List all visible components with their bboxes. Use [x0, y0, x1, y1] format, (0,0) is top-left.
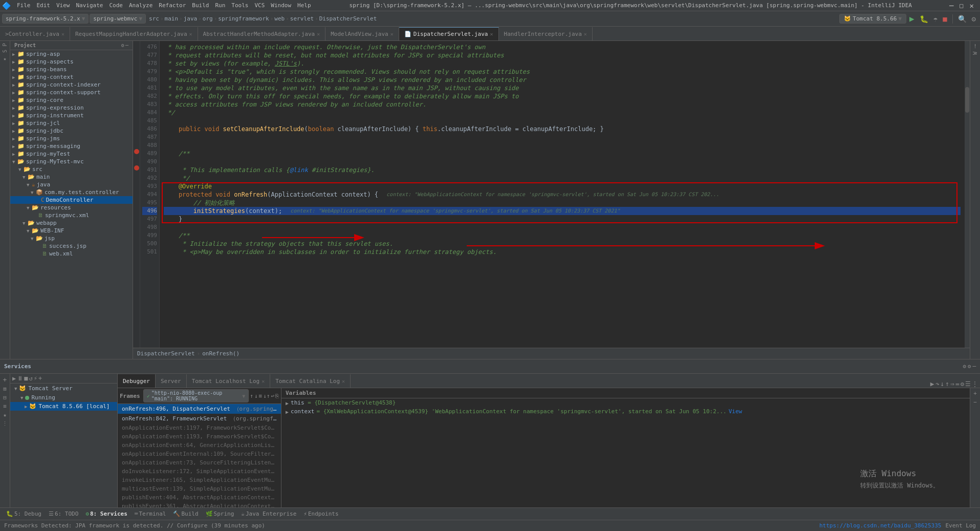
tree-item-spring-mytest-mvc[interactable]: ▼ 📂 spring-MyTest-mvc	[10, 158, 133, 165]
tree-item-java[interactable]: ▼ ☕ java	[10, 181, 133, 188]
svc-expand-icon[interactable]: ⊞	[3, 386, 7, 392]
project-icon[interactable]: P	[2, 43, 8, 47]
tomcat-server-node[interactable]: ▼ 🐱 Tomcat Server	[10, 384, 117, 393]
tree-item-main[interactable]: ▼ 📂 main	[10, 173, 133, 181]
wordbook-icon[interactable]: W	[972, 52, 978, 55]
svc-debug-deploy-icon[interactable]: ⚡	[34, 375, 37, 382]
menu-vcs[interactable]: VCS	[251, 1, 268, 10]
main-breadcrumb[interactable]: main	[165, 15, 179, 22]
frame-item-2[interactable]: onApplicationEvent:1197, FrameworkServle…	[118, 423, 281, 432]
tab-tomcat-localhost-log[interactable]: Tomcat Localhost Log ✕	[187, 374, 270, 388]
tree-item-spring-jcl[interactable]: ▶ 📁 spring-jcl	[10, 119, 133, 127]
run-btn[interactable]: ▶	[907, 14, 917, 24]
frame-restore-icon[interactable]: ↩	[271, 393, 274, 399]
svc-debug-pause-icon[interactable]: ⏸	[17, 375, 23, 382]
servlet-breadcrumb[interactable]: servlet	[290, 15, 314, 22]
debug-btn[interactable]: 🐛	[918, 15, 930, 23]
menu-analyze[interactable]: Analyze	[126, 1, 156, 10]
status-url[interactable]: https://blog.csdn.net/baidu_38625335	[819, 522, 941, 529]
frame-item-6[interactable]: onApplicationEvent:73, SourceFilteringLi…	[118, 458, 281, 467]
breadcrumb-dispatcherservlet[interactable]: DispatcherServlet	[137, 350, 195, 357]
frame-item-5[interactable]: onApplicationEventInternal:109, SourceFi…	[118, 450, 281, 458]
tab-dispatcherservlet[interactable]: 📄DispatcherServlet.java✕	[399, 27, 499, 40]
breadcrumb-onrefresh[interactable]: onRefresh()	[202, 350, 239, 357]
tree-item-spring-beans[interactable]: ▶ 📁 spring-beans	[10, 66, 133, 73]
task-terminal[interactable]: ⌨Terminal	[133, 510, 168, 518]
code-content[interactable]: * has processed within an include reques…	[160, 41, 965, 348]
menu-file[interactable]: File	[14, 1, 34, 10]
frame-item-7[interactable]: doInvokeListener:172, SimpleApplicationE…	[118, 467, 281, 476]
sidebar-collapse-icon[interactable]: ─	[125, 43, 128, 48]
var-icon-2[interactable]: −	[973, 399, 977, 406]
svc-debug-step-icon[interactable]: ▶	[12, 375, 16, 382]
menu-tools[interactable]: Tools	[228, 1, 251, 10]
frame-down-icon[interactable]: ↓	[254, 393, 258, 399]
frame-filter-icon[interactable]: ≡	[259, 393, 263, 399]
tree-item-webinf[interactable]: ▼ 📂 WEB-INF	[10, 227, 133, 235]
search-everywhere-btn[interactable]: 🔍	[956, 15, 969, 23]
tomcat-running-node[interactable]: ▼ Running	[10, 393, 117, 402]
tree-item-spring-aspects[interactable]: ▶ 📁 spring-aspects	[10, 58, 133, 66]
tree-item-controller-package[interactable]: ▼ 📦 com.my.test.controller	[10, 188, 133, 196]
var-icon-1[interactable]: +	[973, 390, 977, 397]
org-breadcrumb[interactable]: org	[203, 15, 213, 22]
frame-item-10[interactable]: publishEvent:404, AbstractApplicationCon…	[118, 493, 281, 502]
menu-view[interactable]: View	[53, 1, 73, 10]
maximize-btn[interactable]: □	[957, 2, 965, 9]
frame-item-11[interactable]: publishEvent:361, AbstractApplicationCon…	[118, 502, 281, 507]
module-selector[interactable]: spring-webmvc▼	[90, 14, 146, 24]
tab-modelandview[interactable]: ModelAndView.java✕	[325, 27, 399, 40]
springframework-breadcrumb[interactable]: springframework	[218, 15, 269, 22]
task-spring[interactable]: 🌿Spring	[204, 510, 236, 518]
frame-item-9[interactable]: multicastEvent:139, SimpleApplicationEve…	[118, 484, 281, 493]
tree-item-resources[interactable]: ▼ 📂 resources	[10, 204, 133, 211]
frame-item-3[interactable]: onApplicationEvent:1193, FrameworkServle…	[118, 432, 281, 441]
tomcat-instance-node[interactable]: ▶ 🐱 Tomcat 8.5.66 [local]	[10, 402, 117, 411]
debug-step-over-icon[interactable]: ↷	[935, 380, 940, 388]
tree-item-spring-instrument[interactable]: ▶ 📁 spring-instrument	[10, 112, 133, 119]
services-settings-icon[interactable]: ⚙	[963, 363, 966, 370]
var-item-context[interactable]: ▶ context = {XmlWebApplicationContext@45…	[281, 407, 970, 416]
tree-item-jsp-folder[interactable]: ▼ 📂 jsp	[10, 235, 133, 242]
tree-item-spring-jdbc[interactable]: ▶ 📁 spring-jdbc	[10, 127, 133, 135]
sidebar-settings-icon[interactable]: ⚙	[121, 43, 124, 48]
minimize-btn[interactable]: ─	[947, 2, 955, 10]
svc-filter-icon[interactable]: ≡	[3, 403, 7, 410]
services-collapse-icon[interactable]: ─	[972, 363, 976, 370]
menu-edit[interactable]: Edit	[34, 1, 54, 10]
validation-icon[interactable]: !	[973, 43, 977, 50]
tree-item-webapp[interactable]: ▼ 📂 webapp	[10, 219, 133, 227]
tab-tomcat-catalina-log[interactable]: Tomcat Catalina Log ✕	[270, 374, 351, 388]
frame-item-0[interactable]: onRefresh:496, DispatcherServlet （org.sp…	[118, 404, 281, 414]
svc-more-icon[interactable]: ⋮	[2, 420, 8, 427]
tab-abstracthandler[interactable]: AbstractHandlerMethodAdapter.java✕	[198, 27, 326, 40]
menu-help[interactable]: Help	[294, 1, 314, 10]
tab-controller[interactable]: >Controller.java✕	[0, 27, 70, 40]
debug-step-out-icon[interactable]: ↑	[945, 380, 949, 388]
menu-navigate[interactable]: Navigate	[73, 1, 106, 10]
menu-build[interactable]: Build	[189, 1, 212, 10]
menu-refactor[interactable]: Refactor	[156, 1, 189, 10]
tree-item-democontroller[interactable]: C DemoController	[10, 196, 133, 204]
debug-layout-icon[interactable]: ☰	[965, 380, 971, 388]
svc-add-icon[interactable]: +	[3, 376, 7, 384]
favorites-icon[interactable]: ★	[3, 56, 6, 61]
menu-code[interactable]: Code	[106, 1, 126, 10]
svc-collapse-icon[interactable]: ⊟	[3, 394, 7, 401]
frame-item-4[interactable]: onApplicationEvent:64, GenericApplicatio…	[118, 441, 281, 450]
tree-item-spring-mytest[interactable]: ▶ 📁 spring-myTest	[10, 150, 133, 158]
thread-selector[interactable]: ✓ "http-nio-8080-exec-oup "main": RUNNIN…	[143, 389, 249, 402]
debug-more-icon[interactable]: ⋮	[972, 380, 978, 388]
task-todo[interactable]: ☰6: TODO	[47, 510, 80, 518]
tree-item-web-xml[interactable]: 🗎 web.xml	[10, 250, 133, 258]
svc-debug-stop-icon[interactable]: ■	[24, 375, 28, 382]
task-java-enterprise[interactable]: ☕Java Enterprise	[239, 510, 298, 518]
debug-evaluate-icon[interactable]: =	[955, 380, 960, 388]
tree-item-src[interactable]: ▼ 📂 src	[10, 165, 133, 173]
tree-item-spring-context-indexer[interactable]: ▶ 📁 spring-context-indexer	[10, 81, 133, 89]
frame-copy-icon[interactable]: ⎘	[275, 393, 279, 399]
task-debug[interactable]: 🐛5: Debug	[4, 510, 43, 518]
tree-item-spring-expression[interactable]: ▶ 📁 spring-expression	[10, 104, 133, 112]
java-breadcrumb[interactable]: java	[184, 15, 198, 22]
coverage-btn[interactable]: ☂	[931, 15, 940, 23]
